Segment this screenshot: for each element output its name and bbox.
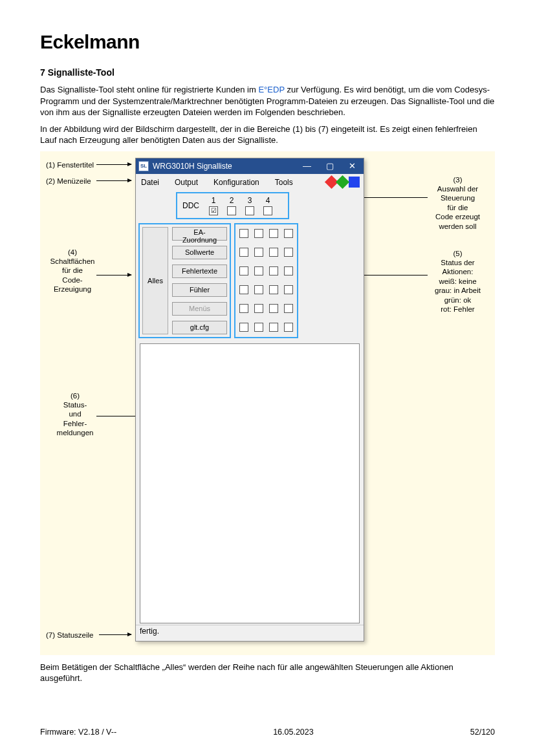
status-cell: [284, 248, 293, 257]
ddc-check-2[interactable]: [227, 206, 236, 215]
ea-zuordnung-button[interactable]: EA-Zuordnung: [172, 227, 227, 241]
alles-button[interactable]: Alles: [142, 227, 168, 334]
maximize-button[interactable]: ▢: [318, 158, 341, 174]
menu-datei[interactable]: Datei: [137, 178, 167, 187]
menu-tools[interactable]: Tools: [271, 178, 301, 187]
status-cell: [284, 323, 293, 332]
annot-7: (7) Statuszeile: [46, 631, 94, 640]
footer-date: 16.05.2023: [273, 728, 314, 737]
status-cell: [284, 266, 293, 275]
menu-output[interactable]: Output: [171, 178, 206, 187]
status-cell: [269, 248, 278, 257]
annot-2: (2) Menüzeile: [46, 177, 91, 186]
sollwerte-button[interactable]: Sollwerte: [172, 246, 227, 259]
titlebar: SL WRG3010H Signalliste — ▢ ✕: [136, 158, 364, 174]
status-cell: [269, 229, 278, 238]
status-cell: [284, 229, 293, 238]
ddc-check-1[interactable]: ☑: [209, 206, 218, 215]
section-heading: 7 Signalliste-Tool: [40, 67, 495, 78]
status-cell: [254, 304, 263, 313]
fuehler-button[interactable]: Fühler: [172, 283, 227, 297]
page-footer: Firmware: V2.18 / V-- 16.05.2023 52/120: [40, 728, 495, 737]
p1-text-a: Das Signalliste-Tool steht online für re…: [40, 85, 258, 94]
status-cell: [239, 323, 248, 332]
arrow-2: [96, 180, 131, 181]
ddc-selector: DDC 1☑ 2 3 4: [176, 192, 289, 219]
status-cell: [254, 266, 263, 275]
status-cell: [254, 323, 263, 332]
gltcfg-button[interactable]: glt.cfg: [172, 321, 227, 334]
brand-logo: Eckelmann: [40, 31, 495, 53]
blue-square-icon: [349, 177, 360, 188]
action-buttons-box: Alles EA-Zuordnung Sollwerte Fehlertexte…: [138, 223, 231, 338]
menues-button[interactable]: Menüs: [172, 302, 227, 316]
app-window: SL WRG3010H Signalliste — ▢ ✕ Datei Outp…: [135, 158, 364, 642]
statusbar: fertig.: [136, 625, 364, 641]
annot-5: (5) Status der Aktionen: weiß: keine gra…: [430, 249, 485, 314]
minimize-button[interactable]: —: [296, 158, 318, 174]
status-cell: [254, 285, 263, 294]
paragraph-2: In der Abbildung wird der Bildschirm dar…: [40, 124, 495, 146]
arrow-7: [99, 634, 131, 635]
status-cell: [239, 304, 248, 313]
message-area: [140, 343, 360, 623]
ddc-col-1: 1: [212, 196, 216, 206]
footer-firmware: Firmware: V2.18 / V--: [40, 728, 116, 737]
annot-3: (3) Auswahl der Steuerung für die Code e…: [430, 175, 485, 231]
menubar: Datei Output Konfiguration Tools: [136, 174, 364, 191]
status-cell: [239, 229, 248, 238]
arrow-1: [96, 164, 131, 165]
ddc-col-3: 3: [248, 196, 252, 206]
arrow-4: [96, 275, 131, 275]
figure: (1) Fenstertitel (2) Menüzeile (4) Schal…: [40, 151, 495, 655]
fehlertexte-button[interactable]: Fehlertexte: [172, 265, 227, 278]
ddc-label: DDC: [182, 201, 199, 210]
app-icon: SL: [138, 161, 149, 171]
ddc-check-4[interactable]: [263, 206, 272, 215]
status-cell: [254, 229, 263, 238]
status-cell: [269, 304, 278, 313]
status-cell: [284, 304, 293, 313]
annot-1: (1) Fenstertitel: [46, 160, 94, 169]
shape-indicators: [327, 177, 362, 188]
ddc-col-4: 4: [266, 196, 270, 206]
status-cell: [269, 285, 278, 294]
status-grid: [234, 223, 298, 338]
status-cell: [239, 285, 248, 294]
close-button[interactable]: ✕: [341, 158, 364, 174]
ddc-col-2: 2: [230, 196, 234, 206]
paragraph-3: Beim Betätigen der Schaltfläche „Alles“ …: [40, 662, 495, 684]
annot-4: (4) Schaltflächen für die Code- Erzeuigu…: [46, 248, 99, 294]
ddc-check-3[interactable]: [245, 206, 254, 215]
edp-link[interactable]: E°EDP: [258, 85, 284, 94]
status-cell: [239, 266, 248, 275]
paragraph-1: Das Signalliste-Tool steht online für re…: [40, 84, 495, 118]
menu-konfiguration[interactable]: Konfiguration: [210, 178, 267, 187]
status-cell: [269, 266, 278, 275]
green-diamond-icon: [336, 175, 349, 189]
status-cell: [269, 323, 278, 332]
status-cell: [254, 248, 263, 257]
status-cell: [284, 285, 293, 294]
status-cell: [239, 248, 248, 257]
annot-6: (6) Status- und Fehler- meldungen: [52, 391, 98, 438]
footer-page: 52/120: [470, 728, 495, 737]
window-title: WRG3010H Signalliste: [153, 162, 232, 171]
